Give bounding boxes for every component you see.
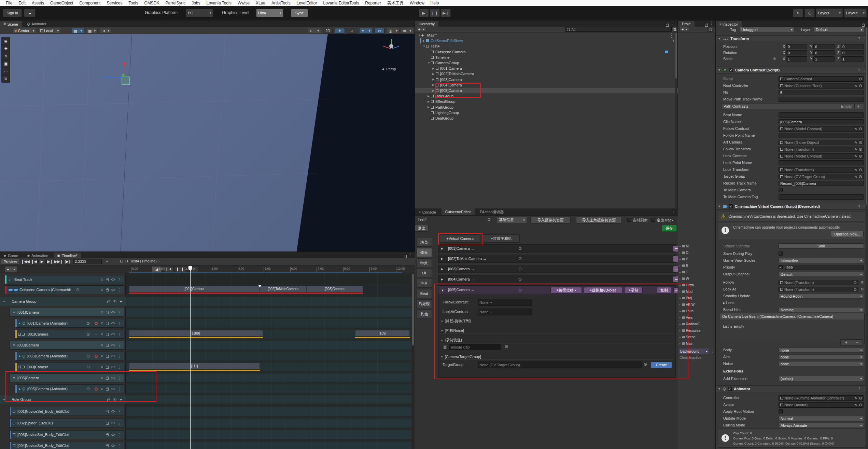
foldout-icon[interactable]: ▶ [441, 268, 443, 271]
binding-picker-icon[interactable]: ⊙ [76, 287, 80, 292]
foldout-icon[interactable]: ▸ [680, 277, 681, 280]
Apply Root Motion-checkbox[interactable] [779, 409, 783, 413]
foldout-icon[interactable]: ▸ [680, 329, 681, 332]
foldout-icon[interactable]: ▶ [428, 100, 431, 103]
menu-item-Lovania EditorTools[interactable]: Lovania EditorTools [320, 1, 362, 5]
foldout-icon[interactable]: ▸ [680, 323, 681, 326]
target-group-field[interactable]: None (CV Target Group) [478, 362, 642, 368]
foldout-icon[interactable]: ▸ [680, 342, 681, 345]
scene-viewport[interactable]: ◉ ✚ ↻ ▣ ▭ ⊕ ◄Persp [0, 34, 415, 251]
project-folder-Gizm[interactable]: ▸Gizm [680, 282, 714, 288]
add-virtual-camera-tab[interactable]: +Virtual Camera [440, 234, 480, 243]
section-camera-noise[interactable]: ▾[相机Noise] [441, 328, 673, 334]
shading-mode-dropdown[interactable]: ◐ [308, 28, 321, 33]
timeline-scrollbar[interactable] [412, 273, 414, 449]
Follow Contrast-field[interactable]: None (Model Contrast)✎⊙ [779, 126, 864, 132]
Script-field[interactable]: CameraContrast⊙ [779, 76, 864, 82]
foldout-icon[interactable]: ▶ [441, 278, 443, 281]
search-filter-icon[interactable]: ⧉ [673, 27, 677, 32]
camera-contrast-header[interactable]: ▼ # ✓ Camera Contrast (Script) ? ⋮ [716, 67, 868, 73]
tab-paction-editor[interactable]: PAction编辑器 [476, 209, 507, 216]
Scale-z-input[interactable]: 1 [841, 56, 864, 62]
create-object-dropdown[interactable]: + [416, 27, 426, 32]
space-dropdown[interactable]: Local [38, 28, 61, 33]
project-folder-P[interactable]: ▸P [680, 256, 714, 262]
clip-picker-icon[interactable]: ⊙ [505, 344, 508, 349]
section-record-track[interactable]: ▾[录制轨道] [441, 337, 673, 343]
pause-button[interactable]: ❙❙ [430, 9, 440, 17]
remove-camera-button[interactable]: − [673, 276, 678, 282]
menu-item-Lovania Tools[interactable]: Lovania Tools [204, 1, 235, 5]
copy-button[interactable]: 复制 [657, 287, 671, 294]
delete-clip-button[interactable]: x [443, 345, 447, 350]
panel-menu-icon[interactable]: ⋮ [671, 209, 675, 213]
track-menu-icon[interactable]: ⋮ [117, 321, 121, 326]
menu-item-Services[interactable]: Services [103, 1, 125, 5]
project-search-icon[interactable] [707, 27, 713, 32]
object-picker-icon[interactable]: ⊙ [852, 280, 857, 285]
object-picker-icon[interactable]: ⊙ [857, 403, 862, 407]
scene-visibility-icon[interactable] [665, 51, 668, 53]
camera-row-[003]Camera[interactable]: ▶[003]Camera →⊙− [438, 265, 676, 273]
To Main Camera Tag-input[interactable] [779, 194, 864, 200]
foldout-icon[interactable]: ▸ [680, 336, 681, 339]
To Main Camera-checkbox[interactable] [779, 188, 783, 192]
category-tab-演员[interactable]: 演员 [416, 238, 432, 247]
foldout-icon[interactable]: ▶ [432, 89, 436, 92]
tab-console[interactable]: ≡Console [415, 209, 440, 216]
edit-pencil-icon[interactable]: ✎ [855, 168, 857, 172]
foldout-icon[interactable]: ▼ [13, 311, 15, 314]
track-menu-icon[interactable]: ⋮ [117, 332, 121, 337]
help-icon[interactable]: ? [858, 205, 860, 208]
gear-icon[interactable]: ⚙ [860, 280, 864, 285]
basic-info-dropdown[interactable]: 基础信息 [497, 217, 527, 223]
help-icon[interactable]: ? [858, 68, 860, 72]
add-record-button[interactable]: +录制 [624, 287, 643, 294]
menu-item-Component[interactable]: Component [76, 1, 103, 5]
scene-visibility-toggle[interactable]: ⊘ [374, 28, 384, 33]
category-tab-其他[interactable]: 其他 [416, 310, 432, 318]
tab-project[interactable]: Proje [678, 21, 695, 27]
No-input[interactable]: 5 [779, 90, 864, 95]
graphics-platform-dropdown[interactable]: PC [186, 9, 213, 17]
Target Group-field[interactable]: None (CV Target Group)✎⊙ [779, 174, 864, 179]
Save During Play-checkbox[interactable] [779, 251, 783, 256]
goto-start-icon[interactable]: ❙◀◀ [21, 259, 29, 264]
edit-pencil-icon[interactable]: ✎ [855, 175, 857, 179]
Noise-dropdown[interactable]: none [779, 361, 864, 366]
transform-header[interactable]: ▼ ●●● Transform ? ⋮ [716, 35, 868, 42]
gizmos-dropdown[interactable]: ⊕ [401, 28, 413, 33]
Position-y-input[interactable]: 0 [813, 44, 835, 49]
foldout-icon[interactable]: ▶ [432, 78, 436, 81]
track-header-[001]Camera[interactable]: [001]Camera⊙~⋮ [15, 330, 124, 339]
search-icon[interactable] [804, 9, 815, 17]
lane-Camera Group[interactable] [126, 297, 411, 306]
Rotation-x-input[interactable]: 0 [786, 50, 807, 55]
menu-item-LevelEditor[interactable]: LevelEditor [293, 1, 320, 5]
category-tab-声音[interactable]: 声音 [416, 279, 432, 288]
Priority-input[interactable]: 999 [785, 265, 864, 270]
open-prefab-chevron-icon[interactable]: › [673, 38, 674, 44]
foldout-icon[interactable]: ▼ [3, 300, 5, 303]
frame-unit-dropdown[interactable] [103, 259, 109, 264]
foldout-icon[interactable]: ▸ [680, 310, 681, 313]
binding-picker-icon[interactable]: ⊙ [86, 365, 90, 369]
track-header-Beat Track[interactable]: ♩Beat Track⋮ [5, 275, 124, 284]
inspector-scrollbar[interactable] [866, 27, 868, 449]
camera-row-[004]Camera[interactable]: ▶[004]Camera →⊙− [438, 275, 676, 283]
Follow Point Name-input[interactable] [779, 133, 864, 138]
frame-field[interactable]: 2.3333 [73, 259, 102, 264]
menu-item-GMSDK[interactable]: GMSDK [141, 1, 162, 5]
project-folder-Resource[interactable]: ▸Resource [680, 328, 714, 334]
add-icon[interactable]: + [120, 299, 122, 304]
binding-picker-icon[interactable]: ⊙ [86, 332, 90, 337]
layer-dropdown[interactable]: Default [814, 27, 864, 32]
enabled-checkbox[interactable]: ✓ [728, 387, 732, 391]
menu-item-File[interactable]: File [3, 1, 15, 5]
tag-dropdown[interactable]: Untagged [739, 27, 795, 32]
edit-pencil-icon[interactable]: ✎ [855, 148, 857, 151]
object-picker-icon[interactable]: ⊙ [857, 126, 862, 131]
sync-button[interactable]: Sync [291, 9, 308, 17]
layers-dropdown[interactable]: Layers [816, 9, 843, 17]
track-group-Role Group[interactable]: ▼Role Group+ [0, 395, 126, 404]
